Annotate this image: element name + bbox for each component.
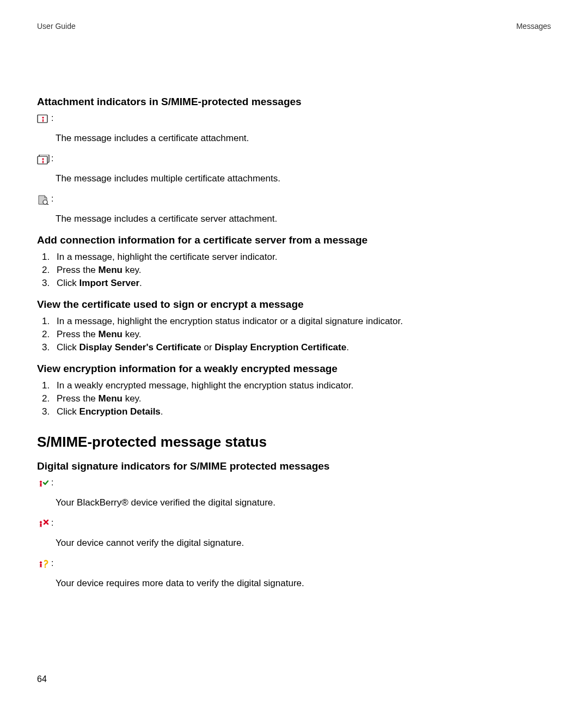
svg-line-4 [47,204,49,205]
indicator-colon: : [51,478,53,488]
step-item: Click Import Server. [52,278,551,289]
indicator-multi-cert-desc: The message includes multiple certificat… [56,173,551,184]
indicator-sig-moredata-desc: Your device requires more data to verify… [56,578,551,589]
steps-view-encryption: In a weakly encrypted message, highlight… [37,380,551,417]
steps-add-connection: In a message, highlight the certificate … [37,252,551,289]
indicator-sig-unverified: : Your device cannot verify the digital … [37,518,551,549]
step-item: In a message, highlight the certificate … [52,252,551,263]
signature-verified-icon [37,479,50,489]
indicator-sig-verified-desc: Your BlackBerry® device verified the dig… [56,497,551,508]
document-page: User Guide Messages Attachment indicator… [0,0,588,706]
cert-attachment-multi-icon [37,155,50,165]
indicator-multi-cert: : The message includes multiple certific… [37,154,551,184]
step-item: In a weakly encrypted message, highlight… [52,380,551,391]
page-number: 64 [37,674,47,684]
signature-unverified-icon [37,519,50,529]
indicator-colon: : [51,518,53,528]
section-title-digital-sig-indicators: Digital signature indicators for S/MIME … [37,460,551,472]
indicator-cert-server-desc: The message includes a certificate serve… [56,214,551,224]
section-title-view-encryption-info: View encryption information for a weakly… [37,363,551,375]
step-item: Press the Menu key. [52,393,551,404]
major-heading-smime-status: S/MIME-protected message status [37,434,551,451]
step-item: Press the Menu key. [52,329,551,340]
indicator-sig-verified: : Your BlackBerry® device verified the d… [37,478,551,508]
svg-point-5 [45,567,46,568]
step-item: In a message, highlight the encryption s… [52,316,551,327]
signature-more-data-icon [37,559,50,569]
section-title-add-connection: Add connection information for a certifi… [37,234,551,246]
indicator-single-cert: : The message includes a certificate att… [37,113,551,144]
section-title-view-certificate: View the certificate used to sign or enc… [37,299,551,311]
indicator-colon: : [51,194,53,204]
indicator-sig-moredata: : Your device requires more data to veri… [37,558,551,589]
page-header: User Guide Messages [37,22,551,31]
step-item: Click Encryption Details. [52,406,551,417]
steps-view-certificate: In a message, highlight the encryption s… [37,316,551,353]
section-title-attachment-indicators: Attachment indicators in S/MIME-protecte… [37,96,551,108]
indicator-sig-unverified-desc: Your device cannot verify the digital si… [56,538,551,549]
cert-attachment-single-icon [37,114,50,124]
indicator-cert-server: : The message includes a certificate ser… [37,194,551,224]
indicator-colon: : [51,113,53,123]
step-item: Click Display Sender's Certificate or Di… [52,342,551,353]
indicator-single-cert-desc: The message includes a certificate attac… [56,133,551,144]
indicator-colon: : [51,558,53,568]
step-item: Press the Menu key. [52,265,551,276]
header-right: Messages [516,22,551,31]
cert-server-attachment-icon [37,195,50,205]
indicator-colon: : [51,154,53,163]
header-left: User Guide [37,22,76,31]
